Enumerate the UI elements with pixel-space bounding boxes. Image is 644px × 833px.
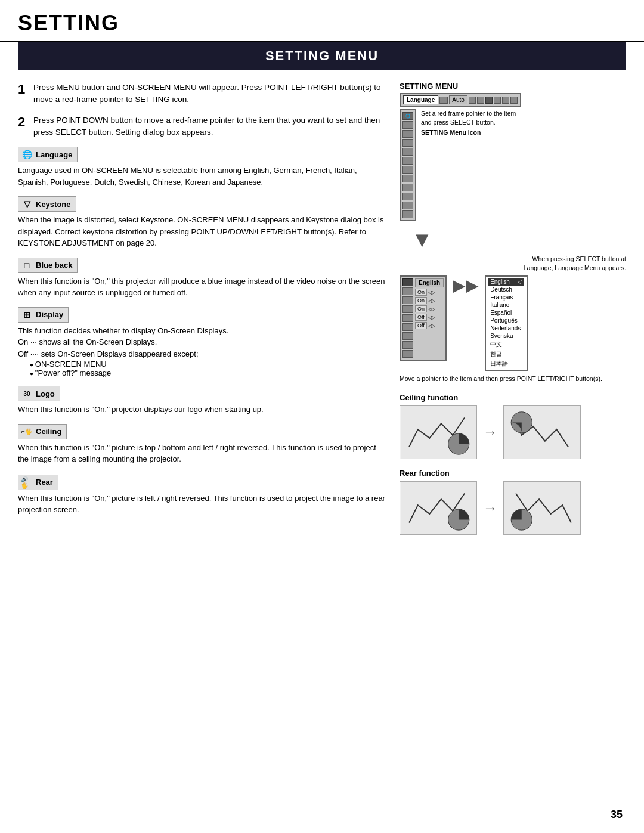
lang-sidebar-icons (402, 278, 413, 358)
feature-display: ⊞ Display This function decides whether … (18, 307, 388, 378)
lang-item-chinese: 中文 (488, 340, 524, 349)
lang-sidebar-1 (402, 278, 413, 286)
feature-blue-back-text: When this function is "On," this project… (18, 275, 388, 299)
language-icon: 🌐 (21, 148, 33, 160)
menu-bar-language: Language (403, 95, 438, 104)
lang-row-1: On ◁▷ (415, 289, 444, 296)
step-2: 2 Press POINT DOWN button to move a red-… (18, 114, 388, 139)
rear-diagram-row: → (400, 481, 626, 535)
row-off-1: Off (415, 314, 427, 321)
lang-item-svenska: Svenska (488, 332, 524, 340)
menu-sidebar-icons: 🌐 (402, 112, 413, 218)
lang-current-value: English (415, 278, 444, 287)
feature-language-label: 🌐 Language (18, 147, 78, 162)
menu-icon-3 (477, 97, 484, 104)
ceiling-before-diagram (400, 405, 477, 459)
step-1-number: 1 (18, 82, 29, 106)
setting-menu-top: SETTING MENU Language Auto (400, 82, 626, 383)
menu-icon-5 (494, 97, 501, 104)
left-column: 1 Press MENU button and ON-SCREEN MENU w… (18, 82, 388, 544)
sidebar-icon-1: 🌐 (402, 112, 413, 120)
lang-item-portugues: Português (488, 317, 524, 324)
lang-item-deutsch: Deutsch (488, 286, 524, 293)
sidebar-icon-9 (402, 184, 413, 191)
feature-keystone-label: ▽ Keystone (18, 196, 76, 212)
lang-sidebar-6 (402, 323, 413, 331)
right-column: SETTING MENU Language Auto (400, 82, 626, 544)
row-on-2: On (415, 297, 427, 304)
ceiling-after-diagram (503, 405, 581, 459)
lang-menu-panel: English On ◁▷ On ◁▷ On (400, 275, 447, 361)
sidebar-icon-5 (402, 148, 413, 156)
page-title: SETTING (18, 11, 626, 36)
lang-item-espanol: Español (488, 309, 524, 317)
feature-display-off: Off ···· sets On-Screen Displays disappe… (18, 348, 388, 360)
lang-row-5: Off ◁▷ (415, 322, 444, 329)
row-arrows-2: ◁▷ (428, 298, 435, 304)
feature-logo: 30 Logo When this function is "On," proj… (18, 386, 388, 416)
step-2-text: Press POINT DOWN button to move a red-fr… (33, 114, 388, 139)
lang-menu-rows: On ◁▷ On ◁▷ On ◁▷ (415, 289, 444, 329)
annotation-setting-icon: SETTING Menu icon (421, 129, 516, 136)
logo-icon: 30 (21, 388, 33, 400)
lang-dropdown-wrap: English ◁ Deutsch Français Italiano Espa… (485, 275, 528, 371)
lang-item-nederlands: Nederlands (488, 324, 524, 332)
step-2-number: 2 (18, 114, 29, 139)
row-off-2: Off (415, 322, 427, 329)
menu-bar-top: Language Auto (400, 93, 521, 107)
sidebar-icon-12 (402, 210, 413, 218)
feature-ceiling: ⌐🖐 Ceiling When this function is "On," p… (18, 424, 388, 465)
lang-sidebar-2 (402, 287, 413, 295)
step-1: 1 Press MENU button and ON-SCREEN MENU w… (18, 82, 388, 106)
rear-icon: 🔊🖐 (21, 476, 33, 488)
sidebar-icon-4 (402, 139, 413, 147)
step-1-text: Press MENU button and ON-SCREEN MENU wil… (33, 82, 388, 106)
rear-function-label: Rear function (400, 469, 626, 478)
lang-item-italiano: Italiano (488, 301, 524, 309)
annotation-red-frame: Set a red frame pointer to the item and … (421, 109, 516, 126)
sidebar-icon-7 (402, 166, 413, 174)
feature-logo-label: 30 Logo (18, 386, 60, 401)
lang-sidebar-9 (402, 350, 413, 358)
ceiling-diagram-row: → (400, 405, 626, 459)
ceiling-function-label: Ceiling function (400, 393, 626, 402)
menu-icon-6 (502, 97, 509, 104)
lang-item-japanese: 日本語 (488, 359, 524, 368)
page-header: SETTING (0, 0, 644, 42)
keystone-icon: ▽ (21, 198, 33, 210)
feature-ceiling-text: When this function is "On," picture is t… (18, 442, 388, 465)
sidebar-icon-11 (402, 202, 413, 209)
feature-display-label: ⊞ Display (18, 307, 69, 323)
lang-main-area: English On ◁▷ On ◁▷ On (415, 278, 444, 358)
menu-annotations: Set a red frame pointer to the item and … (421, 109, 516, 221)
lang-sidebar-5 (402, 314, 413, 322)
feature-blue-back: □ Blue back When this function is "On," … (18, 258, 388, 299)
feature-logo-text: When this function is "On," projector di… (18, 404, 388, 416)
feature-display-text: This function decides whether to display… (18, 325, 388, 337)
row-arrows-1: ◁▷ (428, 290, 435, 295)
bullet-onscreen: ON-SCREEN MENU (30, 360, 388, 368)
lang-item-korean: 한글 (488, 349, 524, 359)
feature-rear-text: When this function is "On," picture is l… (18, 493, 388, 516)
lang-row-3: On ◁▷ (415, 305, 444, 312)
lang-section: English On ◁▷ On ◁▷ On (400, 275, 626, 371)
lang-sidebar-7 (402, 332, 413, 340)
sidebar-icon-3 (402, 130, 413, 138)
lang-item-francais: Français (488, 293, 524, 301)
ceiling-arrow-icon: → (483, 424, 497, 441)
down-arrow-icon: ▼ (411, 227, 433, 252)
menu-icon-4 (485, 97, 493, 104)
feature-rear: 🔊🖐 Rear When this function is "On," pict… (18, 473, 388, 516)
lang-sidebar-8 (402, 341, 413, 349)
feature-blue-back-label: □ Blue back (18, 258, 78, 273)
row-on-3: On (415, 305, 427, 312)
when-pressing-note: When pressing SELECT button at Language,… (507, 255, 626, 272)
lang-sidebar-4 (402, 305, 413, 313)
page-number: 35 (611, 809, 623, 821)
ceiling-section: Ceiling function → (400, 393, 626, 535)
blue-back-icon: □ (21, 259, 33, 271)
menu-icon-7 (510, 97, 518, 104)
display-icon: ⊞ (21, 309, 33, 321)
feature-ceiling-label: ⌐🖐 Ceiling (18, 424, 67, 439)
feature-rear-label: 🔊🖐 Rear (18, 475, 58, 490)
